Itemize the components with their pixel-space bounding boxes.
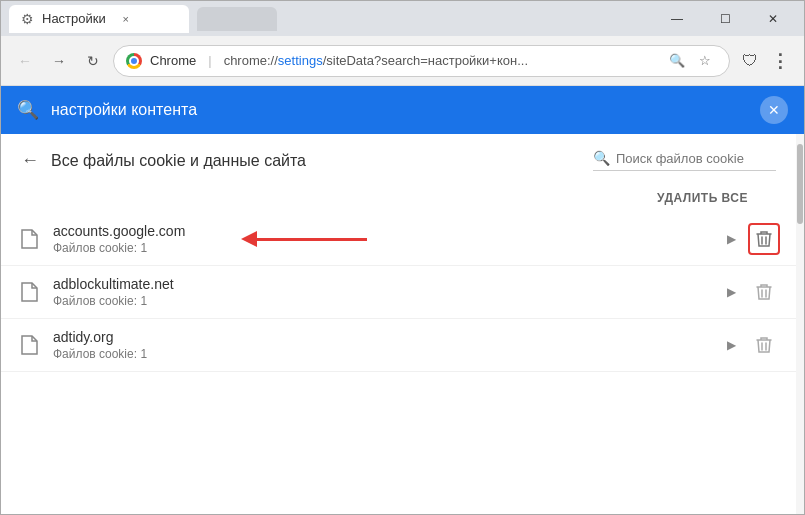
url-suffix: /siteData?search=настройки+кон... [323, 53, 528, 68]
window-controls: — ☐ ✕ [654, 1, 796, 36]
site-name-2: adblockultimate.net [53, 276, 727, 292]
url-icon-group: 🔍 ☆ [665, 49, 717, 73]
tab-close-button[interactable]: × [118, 11, 134, 27]
site-info-2: adblockultimate.net Файлов cookie: 1 [53, 276, 727, 308]
toolbar-icons: 🛡 ⋮ [736, 47, 794, 75]
delete-all-button[interactable]: УДАЛИТЬ ВСЕ [657, 191, 748, 205]
search-page-button[interactable]: 🔍 [665, 49, 689, 73]
address-bar: ← → ↻ Chrome | chrome://settings/siteDat… [1, 36, 804, 86]
minimize-button[interactable]: — [654, 1, 700, 36]
delete-button-1[interactable] [748, 223, 780, 255]
content-search-icon: 🔍 [17, 99, 39, 121]
content-close-button[interactable]: ✕ [760, 96, 788, 124]
reload-button[interactable]: ↻ [79, 47, 107, 75]
shield-button[interactable]: 🛡 [736, 47, 764, 75]
active-tab[interactable]: ⚙ Настройки × [9, 5, 189, 33]
scrollbar[interactable] [796, 134, 804, 514]
site-row-3: adtidy.org Файлов cookie: 1 ▶ [1, 319, 796, 372]
tab-title: Настройки [42, 11, 106, 26]
expand-button-3[interactable]: ▶ [727, 338, 736, 352]
url-separator: | [208, 53, 211, 68]
url-text: chrome://settings/siteData?search=настро… [224, 53, 528, 68]
file-icon-1 [17, 227, 41, 251]
page-title: Все файлы cookie и данные сайта [51, 152, 306, 170]
delete-all-bar: УДАЛИТЬ ВСЕ [1, 187, 796, 213]
site-row-2: adblockultimate.net Файлов cookie: 1 ▶ [1, 266, 796, 319]
site-sub-3: Файлов cookie: 1 [53, 347, 727, 361]
cookie-search-group: 🔍 [593, 150, 776, 171]
cookie-search-icon: 🔍 [593, 150, 610, 166]
scrollbar-thumb[interactable] [797, 144, 803, 224]
content-header: 🔍 настройки контента ✕ [1, 86, 804, 134]
menu-button[interactable]: ⋮ [766, 47, 794, 75]
delete-button-3[interactable] [748, 329, 780, 361]
title-bar: ⚙ Настройки × — ☐ ✕ [1, 1, 804, 36]
main-content: ← Все файлы cookie и данные сайта 🔍 УДАЛ… [1, 134, 804, 514]
site-name-1: accounts.google.com [53, 223, 727, 239]
file-icon-2 [17, 280, 41, 304]
forward-button[interactable]: → [45, 47, 73, 75]
brand-label: Chrome [150, 53, 196, 68]
expand-button-1[interactable]: ▶ [727, 232, 736, 246]
back-navigation-button[interactable]: ← [21, 150, 39, 171]
site-sub-2: Файлов cookie: 1 [53, 294, 727, 308]
site-sub-1: Файлов cookie: 1 [53, 241, 727, 255]
cookie-search-input[interactable] [616, 151, 776, 166]
tab-gear-icon: ⚙ [21, 11, 34, 27]
maximize-button[interactable]: ☐ [702, 1, 748, 36]
file-icon-3 [17, 333, 41, 357]
content-header-title: настройки контента [51, 101, 748, 119]
url-chrome-prefix: chrome:// [224, 53, 278, 68]
url-settings-part: settings [278, 53, 323, 68]
site-name-3: adtidy.org [53, 329, 727, 345]
bookmark-button[interactable]: ☆ [693, 49, 717, 73]
chrome-logo-icon [126, 53, 142, 69]
inactive-tab[interactable] [197, 7, 277, 31]
site-row-1: accounts.google.com Файлов cookie: 1 ▶ [1, 213, 796, 266]
site-info-1: accounts.google.com Файлов cookie: 1 [53, 223, 727, 255]
url-bar[interactable]: Chrome | chrome://settings/siteData?sear… [113, 45, 730, 77]
content-area: ← Все файлы cookie и данные сайта 🔍 УДАЛ… [1, 134, 796, 514]
expand-button-2[interactable]: ▶ [727, 285, 736, 299]
site-info-3: adtidy.org Файлов cookie: 1 [53, 329, 727, 361]
delete-button-2[interactable] [748, 276, 780, 308]
close-button[interactable]: ✕ [750, 1, 796, 36]
page-header: ← Все файлы cookie и данные сайта 🔍 [1, 134, 796, 187]
back-button[interactable]: ← [11, 47, 39, 75]
